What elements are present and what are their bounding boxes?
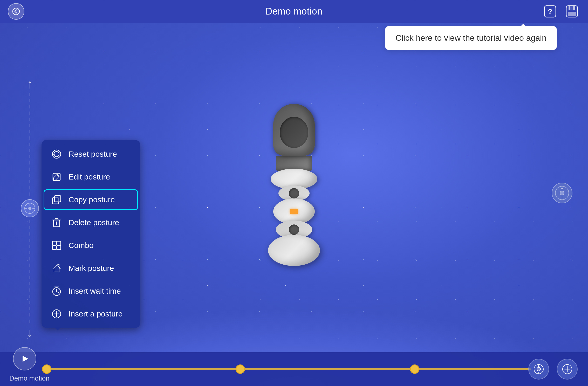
delete-posture-icon: [51, 217, 62, 228]
robot-head: [273, 104, 315, 156]
robot-connector: [290, 209, 298, 214]
menu-item-insert-wait-time[interactable]: Insert wait time: [42, 280, 140, 302]
save-button[interactable]: [564, 3, 580, 20]
axis-line-bottom: [30, 220, 30, 324]
timeline-marker-2[interactable]: [410, 364, 419, 374]
menu-item-copy-posture[interactable]: Copy posture: [42, 188, 140, 211]
svg-point-8: [28, 207, 31, 210]
robot-torso-3: [268, 235, 320, 266]
context-menu: Reset posture Edit posture Copy posture: [42, 140, 140, 328]
menu-item-edit-posture[interactable]: Edit posture: [42, 166, 140, 188]
right-compass-control: [552, 183, 572, 203]
svg-point-0: [13, 8, 19, 15]
axis-down-arrow[interactable]: ↓: [27, 326, 33, 339]
svg-line-37: [57, 292, 59, 293]
wait-time-icon: [51, 285, 62, 297]
help-button[interactable]: ?: [542, 3, 558, 20]
timeline: Demo motion: [0, 352, 588, 386]
edit-posture-icon: [51, 171, 62, 183]
robot-joint-inner-2: [289, 224, 299, 235]
timeline-add-button[interactable]: [557, 359, 578, 380]
svg-rect-28: [55, 218, 58, 220]
svg-rect-22: [54, 196, 61, 202]
svg-rect-31: [52, 246, 56, 250]
robot-face: [280, 117, 308, 148]
svg-rect-21: [52, 198, 59, 204]
timeline-right-buttons: [528, 359, 578, 380]
svg-rect-30: [57, 241, 61, 245]
robot-figure: [268, 104, 320, 266]
timeline-marker-1[interactable]: [236, 364, 245, 374]
combo-icon: [51, 240, 62, 251]
svg-rect-32: [57, 246, 61, 250]
timeline-marker-0[interactable]: [42, 364, 51, 374]
mark-posture-icon: [51, 263, 62, 274]
svg-marker-42: [23, 356, 28, 362]
header: Demo motion ?: [0, 0, 588, 23]
copy-posture-icon: [51, 194, 62, 205]
svg-line-33: [57, 264, 59, 265]
robot-joint-inner-1: [289, 188, 299, 198]
menu-item-mark-posture[interactable]: Mark posture: [42, 257, 140, 280]
motion-label: Demo motion: [9, 374, 50, 382]
axis-handle[interactable]: [21, 199, 39, 217]
header-icons: ?: [542, 3, 580, 20]
svg-text:?: ?: [548, 8, 552, 16]
app-container: Demo motion ? Click here to view the tut…: [0, 0, 588, 386]
axis-up-arrow[interactable]: ↑: [27, 78, 33, 90]
play-button[interactable]: [13, 347, 36, 370]
svg-marker-49: [538, 365, 539, 367]
reset-posture-icon: [51, 148, 62, 160]
vertical-axis-control: ↑ ↓: [21, 78, 39, 339]
compass-button[interactable]: [552, 183, 572, 203]
timeline-track[interactable]: [47, 368, 531, 370]
svg-rect-6: [570, 6, 573, 10]
svg-rect-19: [53, 173, 60, 181]
menu-item-insert-posture[interactable]: Insert a posture: [42, 302, 140, 325]
timeline-nav-button[interactable]: [528, 359, 549, 380]
back-button[interactable]: [8, 3, 24, 20]
svg-point-44: [537, 367, 541, 371]
svg-point-14: [560, 191, 564, 195]
menu-item-combo[interactable]: Combo: [42, 234, 140, 257]
menu-item-reset-posture[interactable]: Reset posture: [42, 143, 140, 166]
svg-rect-29: [52, 241, 56, 245]
axis-line: [30, 93, 30, 197]
page-title: Demo motion: [265, 6, 323, 17]
svg-marker-17: [561, 187, 563, 189]
tutorial-tooltip[interactable]: Click here to view the tutorial video ag…: [385, 26, 557, 50]
svg-rect-5: [568, 12, 576, 16]
insert-posture-icon: [51, 308, 62, 320]
menu-item-delete-posture[interactable]: Delete posture: [42, 211, 140, 234]
